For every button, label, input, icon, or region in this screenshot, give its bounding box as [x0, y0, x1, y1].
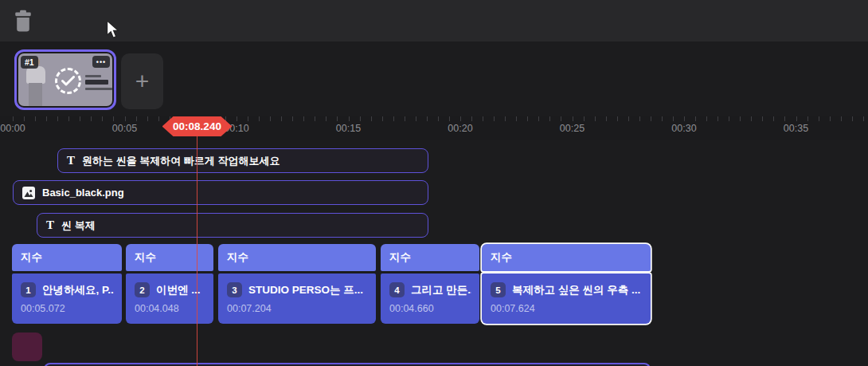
scene-more-button[interactable]: ••• — [92, 56, 110, 68]
caption-title: 복제하고 싶은 씬의 우측 ... — [512, 283, 640, 297]
audio-clip-fragment[interactable] — [12, 333, 42, 361]
thumbnail-title-line — [85, 80, 108, 85]
speaker-label: 지수 — [135, 250, 156, 265]
playhead-badge[interactable]: 00:08.240 — [162, 116, 233, 136]
speaker-label: 지수 — [491, 250, 512, 265]
plus-icon: + — [135, 68, 150, 95]
caption-speaker-band[interactable]: 지수 — [12, 244, 122, 271]
text-clip-label: 씬 복제 — [61, 218, 96, 233]
caption-clip[interactable]: 지수 3 STUDIO PERSO는 프... 00:07.204 — [218, 244, 376, 324]
caption-number-badge: 5 — [491, 282, 506, 297]
scene-thumbnail-image: #1 ••• — [18, 53, 112, 106]
scene-strip: #1 ••• + — [0, 41, 868, 116]
speaker-label: 지수 — [389, 250, 411, 265]
ruler-time-label: 00:05 — [112, 123, 137, 134]
text-clip-label: 원하는 씬을 복제하여 빠르게 작업해보세요 — [82, 154, 280, 168]
caption-body[interactable]: 3 STUDIO PERSO는 프... 00:07.204 — [218, 274, 376, 324]
timeline-ruler[interactable]: 00:0000:0500:1000:1500:2000:2500:3000:35… — [0, 116, 868, 140]
ruler-time-label: 00:35 — [784, 123, 808, 134]
caption-body[interactable]: 5 복제하고 싶은 씬의 우측 ... 00:07.624 — [482, 274, 651, 324]
thumbnail-caption-line — [85, 88, 112, 90]
ruler-time-label: 00:00 — [0, 123, 25, 134]
ruler-time-label: 00:15 — [336, 123, 361, 134]
caption-clip[interactable]: 지수 5 복제하고 싶은 씬의 우측 ... 00:07.624 — [482, 244, 651, 324]
caption-body[interactable]: 2 이번엔 ... 00:04.048 — [126, 274, 213, 324]
add-scene-button[interactable]: + — [121, 53, 163, 109]
image-clip-label: Basic_black.png — [42, 187, 124, 199]
caption-speaker-band[interactable]: 지수 — [218, 244, 376, 271]
caption-duration: 00:04.048 — [135, 303, 205, 314]
ruler-time-label: 00:30 — [671, 123, 696, 134]
caption-title: 안녕하세요, P... — [42, 283, 114, 297]
caption-clip[interactable]: 지수 1 안녕하세요, P... 00:05.072 — [12, 244, 122, 324]
caption-body[interactable]: 4 그리고 만든... 00:04.660 — [381, 274, 479, 324]
caption-speaker-band[interactable]: 지수 — [126, 244, 213, 271]
caption-speaker-band[interactable]: 지수 — [381, 244, 479, 271]
ruler-time-label: 00:20 — [448, 123, 472, 134]
check-icon — [55, 68, 81, 94]
image-clip[interactable]: Basic_black.png — [13, 180, 428, 205]
caption-duration: 00:04.660 — [389, 303, 471, 314]
caption-duration: 00:07.624 — [491, 303, 643, 314]
presenter-figure — [26, 66, 45, 84]
caption-number-badge: 2 — [135, 282, 150, 297]
caption-title: 그리고 만든... — [411, 283, 471, 297]
timeline-toolbar — [0, 0, 868, 41]
caption-body[interactable]: 1 안녕하세요, P... 00:05.072 — [12, 274, 122, 324]
thumbnail-caption-line — [85, 75, 101, 77]
caption-duration: 00:05.072 — [21, 303, 114, 314]
caption-number-badge: 3 — [227, 282, 242, 297]
ruler-time-label: 00:25 — [560, 123, 585, 134]
timeline-panel: #1 ••• + 00:0000:0500:1000:1500:2000:250… — [0, 0, 868, 366]
text-icon: T — [46, 218, 54, 232]
image-icon — [22, 187, 35, 199]
caption-clip[interactable]: 지수 4 그리고 만든... 00:04.660 — [381, 244, 479, 324]
tracks-area: T 원하는 씬을 복제하여 빠르게 작업해보세요 Basic_black.png… — [0, 140, 868, 366]
scene-thumbnail[interactable]: #1 ••• — [14, 49, 116, 110]
bottom-track-clip[interactable] — [44, 363, 651, 366]
caption-title: STUDIO PERSO는 프... — [248, 283, 363, 297]
text-icon: T — [67, 154, 75, 167]
caption-title: 이번엔 ... — [156, 283, 201, 297]
speaker-label: 지수 — [227, 250, 248, 265]
speaker-label: 지수 — [21, 250, 42, 265]
caption-number-badge: 4 — [389, 282, 405, 297]
text-clip-2[interactable]: T 씬 복제 — [37, 213, 428, 238]
caption-speaker-band[interactable]: 지수 — [482, 244, 651, 271]
caption-clip[interactable]: 지수 2 이번엔 ... 00:04.048 — [126, 244, 213, 324]
text-clip-1[interactable]: T 원하는 씬을 복제하여 빠르게 작업해보세요 — [57, 148, 428, 173]
caption-number-badge: 1 — [21, 282, 36, 297]
caption-duration: 00:07.204 — [227, 303, 368, 314]
trash-icon[interactable] — [13, 10, 33, 33]
scene-number-badge: #1 — [21, 56, 38, 69]
